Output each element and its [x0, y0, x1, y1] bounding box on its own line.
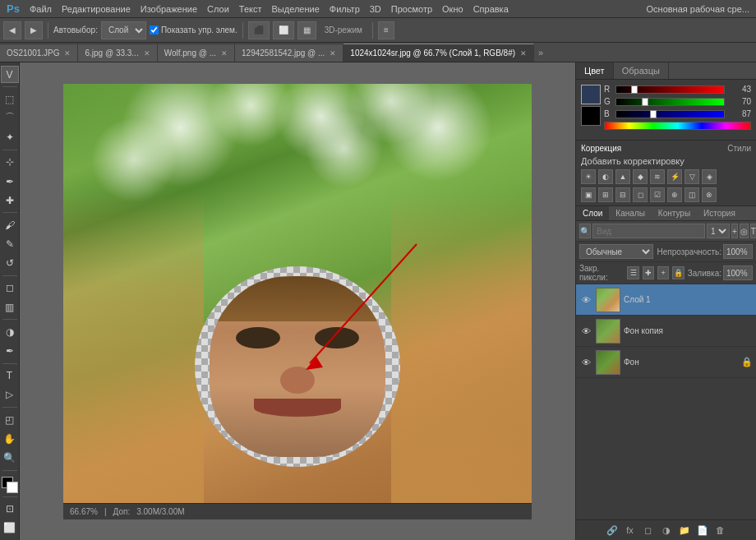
- tool-pen[interactable]: ✒: [1, 342, 19, 359]
- corr-icon-bl[interactable]: ◈: [702, 169, 717, 184]
- layer-visibility-btn[interactable]: ◎: [740, 224, 749, 238]
- tool-shape[interactable]: ◰: [1, 411, 19, 428]
- tab-close-2[interactable]: ✕: [144, 49, 150, 58]
- layers-tab-layers[interactable]: Слои: [576, 206, 609, 220]
- layers-tab-history[interactable]: История: [697, 206, 742, 220]
- tool-path[interactable]: ▷: [1, 386, 19, 404]
- fill-input[interactable]: [723, 265, 753, 280]
- lock-position-btn[interactable]: ✚: [643, 266, 654, 279]
- tool-dodge[interactable]: ◑: [1, 323, 19, 340]
- layers-filter-icon[interactable]: 🔍: [579, 224, 591, 238]
- tab-style[interactable]: Стили: [727, 144, 751, 153]
- extra-btn[interactable]: ≡: [378, 21, 394, 39]
- r-slider-thumb[interactable]: [631, 85, 638, 94]
- layer-filter-btn[interactable]: T: [750, 224, 756, 238]
- layers-search-input[interactable]: [592, 224, 705, 238]
- tabs-arrow[interactable]: »: [534, 44, 547, 62]
- corr-icon-grad[interactable]: ◫: [685, 187, 699, 202]
- r-slider[interactable]: [615, 85, 725, 94]
- tab-1294[interactable]: 1294258154​2.jpg @ ... ✕: [235, 44, 343, 62]
- menu-view[interactable]: Просмотр: [391, 4, 432, 14]
- menu-edit[interactable]: Редактирование: [62, 4, 131, 14]
- corr-icon-vibrance[interactable]: ≋: [650, 169, 665, 184]
- corr-icon-mix[interactable]: ⊞: [598, 187, 613, 202]
- tool-color[interactable]: [2, 477, 18, 492]
- corr-icon-poster[interactable]: ☑: [650, 187, 665, 202]
- tool-heal[interactable]: ✚: [1, 192, 19, 209]
- menu-image[interactable]: Изображение: [141, 4, 197, 14]
- layer-1-visibility[interactable]: 👁: [579, 293, 592, 307]
- tab-1024[interactable]: 1024x1024sr.jpg @ 66.7% (Слой 1, RGB/8#)…: [343, 44, 534, 62]
- tool-eraser[interactable]: ◻: [1, 279, 19, 297]
- corr-icon-color[interactable]: ⊟: [615, 187, 630, 202]
- lock-pixels-btn[interactable]: ☰: [627, 266, 638, 279]
- layer-mask-btn[interactable]: ◻: [641, 523, 656, 538]
- menu-select[interactable]: Выделение: [272, 4, 320, 14]
- foreground-color-box[interactable]: [581, 85, 601, 104]
- show-controls-checkbox[interactable]: [150, 25, 159, 35]
- layers-tab-channels[interactable]: Каналы: [609, 206, 652, 220]
- tool-history[interactable]: ↺: [1, 255, 19, 272]
- corr-icon-curves[interactable]: ▲: [615, 169, 630, 184]
- corr-icon-invert[interactable]: ◻: [633, 187, 648, 202]
- back-button[interactable]: ◀: [3, 21, 21, 39]
- corr-icon-sel[interactable]: ⊗: [702, 187, 717, 202]
- tool-eyedropper[interactable]: ✒: [1, 173, 19, 190]
- tool-brush[interactable]: 🖌: [1, 216, 19, 233]
- tool-stamp[interactable]: ✎: [1, 235, 19, 252]
- background-color[interactable]: [7, 482, 18, 493]
- b-slider-thumb[interactable]: [650, 110, 657, 118]
- new-layer-btn[interactable]: +: [731, 224, 738, 238]
- align-btn-3[interactable]: ▦: [297, 21, 316, 39]
- menu-3d[interactable]: 3D: [370, 4, 381, 14]
- tool-fullscreen[interactable]: ⬜: [1, 519, 19, 537]
- tab-correction[interactable]: Коррекция: [581, 144, 621, 153]
- tab-close-3[interactable]: ✕: [221, 49, 228, 58]
- b-slider[interactable]: [615, 110, 725, 118]
- layer-2-visibility[interactable]: 👁: [579, 325, 592, 338]
- forward-button[interactable]: ▶: [25, 21, 43, 39]
- show-controls-label[interactable]: Показать упр. элем.: [150, 25, 237, 35]
- menu-help[interactable]: Справка: [473, 4, 509, 14]
- tool-gradient[interactable]: ▥: [1, 298, 19, 316]
- layers-kind-select[interactable]: 1: [707, 224, 730, 238]
- menu-text[interactable]: Текст: [239, 4, 262, 14]
- g-slider-thumb[interactable]: [642, 98, 648, 106]
- layer-adj-btn[interactable]: ◑: [659, 523, 674, 538]
- corr-icon-photo[interactable]: ▣: [581, 187, 596, 202]
- layer-item-3[interactable]: 👁 Фон 🔒: [576, 347, 756, 378]
- menu-layers[interactable]: Слои: [207, 4, 229, 14]
- canvas-area[interactable]: 66.67% | Доп: 3.00M/3.00M: [20, 62, 575, 540]
- menu-window[interactable]: Окно: [442, 4, 463, 14]
- tool-hand[interactable]: ✋: [1, 430, 19, 447]
- tab-swatches[interactable]: Образцы: [614, 62, 669, 79]
- g-slider[interactable]: [615, 98, 725, 106]
- corr-icon-exposure[interactable]: ◆: [633, 169, 648, 184]
- tool-move[interactable]: V: [1, 66, 19, 83]
- tool-lasso[interactable]: ⌒: [1, 109, 19, 127]
- layer-item-1[interactable]: 👁 Слой 1: [576, 284, 756, 316]
- align-btn-1[interactable]: ⬛: [248, 21, 270, 39]
- corr-icon-hsl[interactable]: ⚡: [667, 169, 682, 184]
- corr-icon-thresh[interactable]: ⊕: [667, 187, 682, 202]
- tool-wand[interactable]: ✦: [1, 129, 19, 146]
- tool-zoom[interactable]: 🔍: [1, 449, 19, 466]
- spectrum-bar[interactable]: [604, 122, 751, 130]
- layer-3-visibility[interactable]: 👁: [579, 356, 592, 369]
- tab-os21001[interactable]: OS21001.JPG ✕: [0, 44, 78, 62]
- align-btn-2[interactable]: ⬜: [273, 21, 294, 39]
- lock-artboard-btn[interactable]: +: [657, 266, 669, 279]
- layer-link-btn[interactable]: 🔗: [605, 523, 620, 538]
- menu-filter[interactable]: Фильтр: [330, 4, 360, 14]
- tab-6jpg[interactable]: 6.jpg @ 33.3... ✕: [78, 44, 157, 62]
- lock-all-btn[interactable]: 🔒: [672, 266, 684, 279]
- tab-color[interactable]: Цвет: [576, 62, 614, 79]
- corr-icon-levels[interactable]: ◐: [598, 169, 613, 184]
- opacity-input[interactable]: [723, 244, 753, 259]
- tab-close-5[interactable]: ✕: [520, 49, 527, 58]
- corr-icon-cb[interactable]: ▽: [685, 169, 699, 184]
- tool-crop[interactable]: ⊹: [1, 154, 19, 171]
- layers-tab-paths[interactable]: Контуры: [652, 206, 697, 220]
- layer-fx-btn[interactable]: fx: [623, 523, 638, 538]
- tab-close-1[interactable]: ✕: [64, 49, 71, 58]
